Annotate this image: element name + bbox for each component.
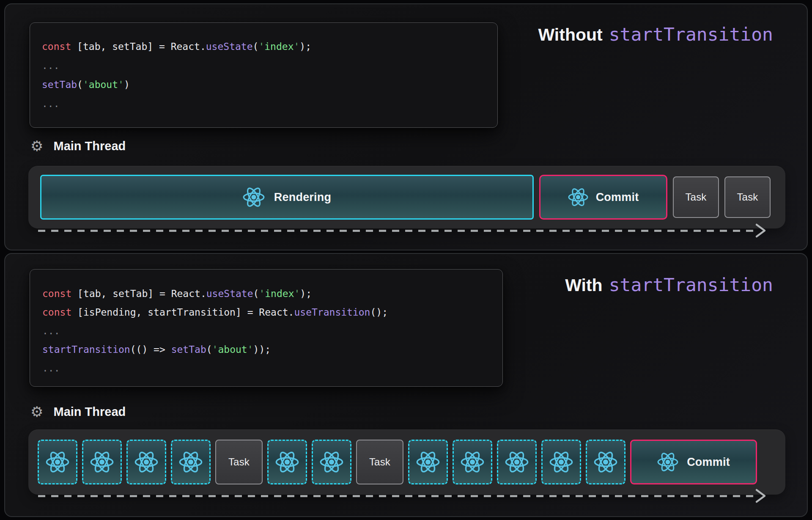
title-plain: With — [565, 275, 602, 295]
react-logo-icon — [549, 450, 573, 474]
code-line: setTab('about') — [42, 75, 497, 94]
react-work-slice — [586, 440, 625, 484]
main-thread-label: ⚙ Main Thread — [30, 404, 126, 419]
react-work-slice — [497, 440, 537, 484]
commit-block: Commit — [630, 440, 757, 484]
react-logo-icon — [505, 450, 529, 474]
react-logo-icon — [594, 450, 617, 474]
main-thread-text: Main Thread — [53, 139, 126, 153]
bar-label: Rendering — [274, 191, 331, 204]
gear-icon: ⚙ — [30, 404, 43, 419]
main-thread-text: Main Thread — [53, 405, 126, 419]
timeline-dashed-line — [38, 495, 757, 497]
code-line: ... — [42, 94, 497, 113]
bar-label: Task — [369, 456, 390, 468]
task-block: Task — [724, 176, 771, 218]
react-work-slice — [453, 440, 492, 484]
main-thread-track-with: TaskTaskCommit — [28, 429, 785, 495]
react-work-slice — [171, 440, 211, 484]
react-logo-icon — [275, 450, 299, 474]
panel-without: const [tab, setTab] = React.useState('in… — [4, 3, 808, 250]
react-work-slice — [126, 440, 166, 484]
bar-label: Task — [228, 456, 250, 468]
code-block-without: const [tab, setTab] = React.useState('in… — [30, 22, 498, 128]
react-logo-icon — [134, 450, 158, 474]
code-line: const [tab, setTab] = React.useState('in… — [42, 284, 502, 303]
task-block: Task — [215, 440, 263, 484]
code-block-with: const [tab, setTab] = React.useState('in… — [30, 269, 503, 387]
react-logo-icon — [320, 450, 343, 474]
task-block: Task — [356, 440, 403, 484]
code-line: ... — [42, 322, 502, 340]
code-line: startTransition(() => setTab('about')); — [42, 340, 502, 359]
code-line: ... — [42, 359, 502, 377]
timeline-arrow-icon — [754, 488, 767, 503]
panel-title-with: With startTransition — [565, 274, 773, 295]
timeline-dashed-line — [38, 230, 757, 232]
bar-label: Task — [685, 191, 706, 203]
react-work-slice — [38, 440, 77, 484]
react-logo-icon — [46, 450, 69, 474]
title-plain: Without — [538, 25, 603, 45]
react-work-slice — [408, 440, 448, 484]
gear-icon: ⚙ — [30, 139, 43, 153]
code-line: ... — [42, 56, 497, 75]
react-logo-icon — [657, 451, 678, 473]
panel-title-without: Without startTransition — [538, 24, 774, 45]
react-work-slice — [82, 440, 122, 484]
react-starttransition-diagram: { "icons": { "gear": "⚙" }, "main_thread… — [0, 0, 812, 520]
react-logo-icon — [461, 450, 484, 474]
task-block: Task — [673, 176, 719, 218]
react-work-slice — [312, 440, 351, 484]
panel-with: const [tab, setTab] = React.useState('in… — [4, 253, 808, 517]
react-logo-icon — [243, 186, 265, 208]
react-work-slice — [541, 440, 581, 484]
title-mono: startTransition — [609, 274, 773, 295]
react-logo-icon — [90, 450, 114, 474]
rendering-block: Rendering — [40, 175, 534, 220]
bar-label: Commit — [596, 191, 639, 204]
react-logo-icon — [568, 187, 588, 207]
commit-block: Commit — [539, 175, 667, 220]
bar-label: Commit — [687, 456, 730, 469]
bar-label: Task — [737, 191, 758, 203]
timeline-arrow-icon — [754, 223, 767, 238]
title-mono: startTransition — [609, 24, 773, 45]
main-thread-label: ⚙ Main Thread — [30, 139, 126, 153]
react-work-slice — [267, 440, 307, 484]
main-thread-track-without: RenderingCommitTaskTask — [28, 166, 785, 228]
react-logo-icon — [179, 450, 203, 474]
react-logo-icon — [416, 450, 440, 474]
code-line: const [tab, setTab] = React.useState('in… — [42, 37, 497, 56]
code-line: const [isPending, startTransition] = Rea… — [42, 303, 502, 322]
